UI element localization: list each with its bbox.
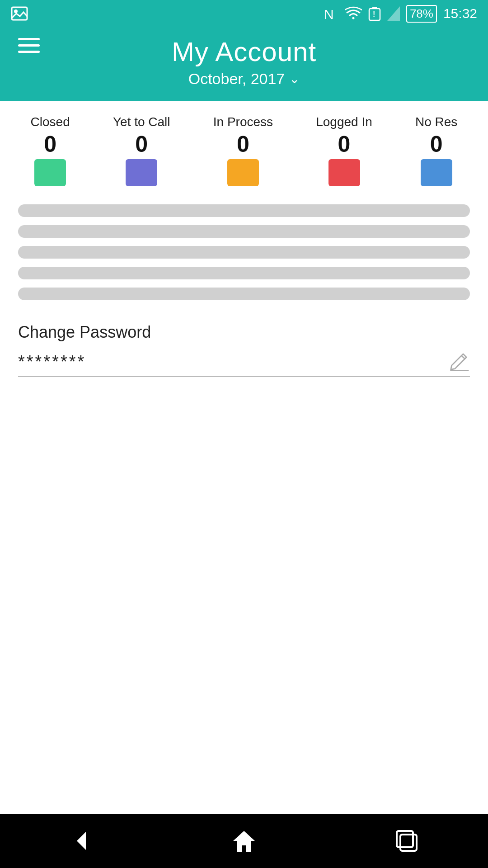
menu-button[interactable] xyxy=(18,38,40,53)
menu-line-2 xyxy=(18,44,40,47)
svg-text:!: ! xyxy=(373,10,375,18)
stat-item-1: Yet to Call 0 xyxy=(113,115,170,186)
status-time: 15:32 xyxy=(443,6,477,21)
status-bar: N ! 78% 15:32 xyxy=(0,0,488,27)
password-row: ******** xyxy=(18,349,470,377)
progress-bar-1 xyxy=(18,225,470,238)
edit-icon xyxy=(447,349,470,372)
battery-level: 78% xyxy=(406,5,437,23)
signal-icon xyxy=(387,6,400,21)
change-password-section: Change Password ******** xyxy=(0,309,488,377)
progress-bars-section xyxy=(0,195,488,309)
stat-label-0: Closed xyxy=(31,115,70,129)
change-password-label: Change Password xyxy=(18,323,470,342)
stat-label-1: Yet to Call xyxy=(113,115,170,129)
svg-rect-4 xyxy=(372,7,377,9)
stat-item-4: No Res 0 xyxy=(415,115,457,186)
stat-value-0: 0 xyxy=(44,133,56,156)
chevron-down-icon: ⌄ xyxy=(289,71,300,86)
stat-item-2: In Process 0 xyxy=(213,115,273,186)
page-title: My Account xyxy=(172,36,316,67)
stat-color-1 xyxy=(126,159,157,186)
stat-item-0: Closed 0 xyxy=(31,115,70,186)
stat-label-3: Logged In xyxy=(316,115,372,129)
stat-label-4: No Res xyxy=(415,115,457,129)
password-value: ******** xyxy=(18,352,86,372)
svg-rect-10 xyxy=(397,831,413,847)
svg-rect-11 xyxy=(400,835,417,851)
stats-row: Closed 0 Yet to Call 0 In Process 0 Logg… xyxy=(0,101,488,195)
svg-point-1 xyxy=(14,9,18,13)
progress-bar-2 xyxy=(18,246,470,259)
stat-value-2: 0 xyxy=(237,133,249,156)
recent-apps-button[interactable] xyxy=(393,827,420,854)
svg-text:N: N xyxy=(324,7,334,21)
stat-color-2 xyxy=(227,159,259,186)
stat-value-4: 0 xyxy=(430,133,443,156)
progress-bar-0 xyxy=(18,204,470,217)
stat-value-1: 0 xyxy=(135,133,148,156)
svg-marker-6 xyxy=(387,6,400,21)
progress-bar-3 xyxy=(18,267,470,279)
back-button[interactable] xyxy=(68,827,95,854)
stat-color-4 xyxy=(421,159,452,186)
selected-month: October, 2017 xyxy=(188,70,285,88)
menu-line-3 xyxy=(18,51,40,53)
progress-bar-4 xyxy=(18,288,470,300)
app-header: My Account October, 2017 ⌄ xyxy=(0,27,488,101)
bottom-navigation xyxy=(0,814,488,868)
menu-line-1 xyxy=(18,38,40,40)
stat-label-2: In Process xyxy=(213,115,273,129)
stat-color-0 xyxy=(34,159,66,186)
image-icon xyxy=(11,6,28,21)
stat-color-3 xyxy=(328,159,360,186)
nfc-icon: N xyxy=(324,6,338,21)
status-bar-left xyxy=(11,6,28,21)
home-button[interactable] xyxy=(230,827,258,854)
wifi-icon xyxy=(345,6,362,21)
svg-marker-9 xyxy=(233,831,255,852)
status-bar-right: N ! 78% 15:32 xyxy=(324,5,477,23)
battery-alert-icon: ! xyxy=(368,6,381,21)
edit-password-button[interactable] xyxy=(447,349,470,372)
stat-value-3: 0 xyxy=(338,133,351,156)
svg-marker-8 xyxy=(77,832,86,850)
date-selector[interactable]: October, 2017 ⌄ xyxy=(188,70,300,88)
stat-item-3: Logged In 0 xyxy=(316,115,372,186)
